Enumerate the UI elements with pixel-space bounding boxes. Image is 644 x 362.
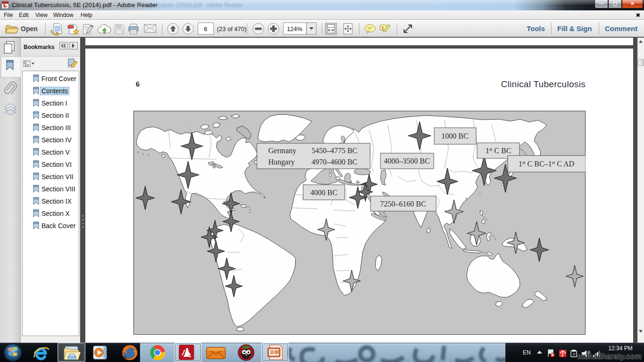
svg-text:124%: 124% bbox=[287, 25, 303, 33]
svg-text:(23 of 470): (23 of 470) bbox=[217, 25, 247, 33]
svg-text:EN: EN bbox=[523, 349, 531, 356]
svg-text:4970–4600 BC: 4970–4600 BC bbox=[312, 158, 357, 166]
svg-text:Open: Open bbox=[21, 25, 38, 33]
svg-text:Hungary: Hungary bbox=[268, 158, 295, 166]
svg-text:4000–3500 BC: 4000–3500 BC bbox=[384, 157, 429, 165]
svg-text:1000 BC: 1000 BC bbox=[441, 132, 468, 140]
svg-text:1st C BC–1st C AD: 1st C BC–1st C AD bbox=[519, 160, 574, 168]
svg-text:T: T bbox=[381, 26, 384, 31]
svg-text:6: 6 bbox=[204, 25, 207, 33]
svg-text:Germany: Germany bbox=[268, 147, 297, 155]
svg-text:5450–4775 BC: 5450–4775 BC bbox=[312, 147, 357, 155]
svg-text:4000 BC: 4000 BC bbox=[310, 189, 337, 197]
svg-text:12:34 PM: 12:34 PM bbox=[608, 345, 632, 352]
svg-text:7250–6160 BC: 7250–6160 BC bbox=[380, 200, 426, 208]
